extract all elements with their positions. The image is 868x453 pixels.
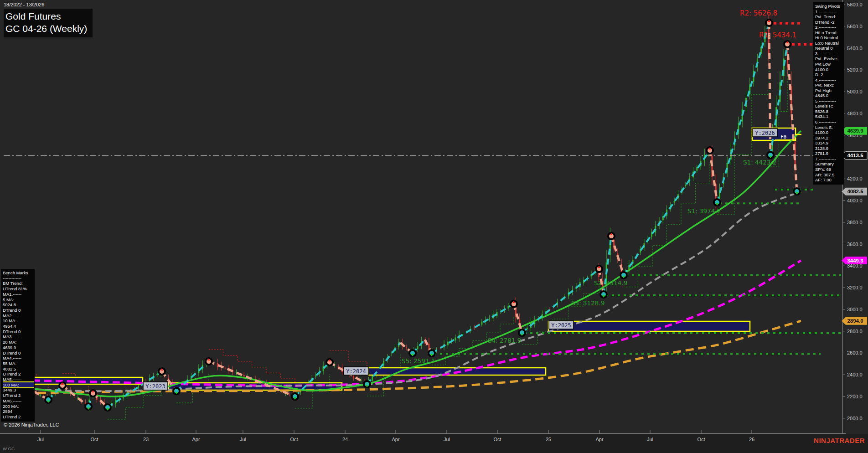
pivot-annotation: S1: 4423.2 — [743, 159, 776, 166]
time-tick-label: Jul — [240, 437, 246, 442]
panel-line: Hi:0 Neutral — [815, 35, 843, 41]
instrument-name: Gold Futures — [5, 10, 87, 22]
time-tick-label: Oct — [493, 437, 501, 442]
time-tick-label: 24 — [342, 437, 348, 442]
panel-line: 4100.0 — [815, 67, 843, 72]
panel-line: MA1.------ — [3, 292, 34, 297]
panel-line: MA3.------ — [3, 334, 34, 340]
time-tick-label: Oct — [290, 437, 298, 442]
panel-line: Pvt. Next: — [815, 82, 843, 88]
panel-line: DTrend 0 — [3, 329, 34, 335]
support-resistance-levels: S1: 3974.2S2: 3314.9S3: 3128.9S4: 2781.9… — [402, 23, 841, 365]
date-range-label: 18/2022 - 13/2026 — [4, 2, 44, 7]
support-label: S4: 2781.9 — [488, 337, 521, 344]
panel-line: UTrend 2 — [3, 393, 34, 398]
panel-line: 4639.9 — [3, 345, 34, 350]
price-tag-value: 4639.9 — [847, 128, 863, 134]
price-tag-value: 2894.0 — [847, 318, 863, 324]
price-tick-label: 3600.0 — [847, 242, 863, 247]
support-label: S2: 3314.9 — [594, 279, 627, 287]
panel-line: MA4.------ — [3, 355, 34, 361]
price-tick-label: 3800.0 — [847, 220, 863, 225]
price-tick-label: 5000.0 — [847, 89, 863, 94]
panel-line: 5 MA: — [3, 297, 34, 303]
panel-line: UTrend 81% — [3, 286, 34, 292]
panel-line: 10 MA: — [3, 318, 34, 324]
panel-line: Pvt. Evolve: — [815, 56, 843, 62]
panel-line: Neutral 0 — [815, 46, 843, 51]
panel-line: Lo:0 Neutral — [815, 41, 843, 46]
price-tick-label: 4000.0 — [847, 198, 863, 203]
price-tick-label: 3000.0 — [847, 307, 863, 312]
price-tag-value: 4413.5 — [847, 153, 863, 158]
price-axis[interactable]: 5800.05600.05400.05200.05000.04800.04600… — [842, 0, 863, 433]
panel-line: 3314.9 — [815, 140, 843, 146]
copyright-label: © 2026 NinjaTrader, LLC — [4, 422, 59, 427]
year-box-labels: Y:2023Y:2024Y:2025Y:2026F0 — [143, 129, 801, 390]
panel-line: AR: 307.5 — [815, 172, 843, 178]
price-tick-label: 5600.0 — [847, 24, 863, 29]
chart-title: Gold Futures GC 04-26 (Weekly) — [4, 9, 93, 37]
price-tick-label: 2400.0 — [847, 372, 863, 377]
time-tick-label: Oct — [697, 437, 705, 442]
panel-line: 2.------------ — [815, 25, 843, 30]
time-tick-label: 23 — [143, 437, 149, 442]
panel-line: 4082.5 — [3, 366, 34, 372]
time-tick-label: 25 — [546, 437, 551, 442]
time-axis-strip — [0, 434, 868, 453]
price-tick-label: 5400.0 — [847, 46, 863, 51]
panel-line: 5024.8 — [3, 302, 34, 308]
panel-line: MA6.------ — [3, 398, 34, 404]
panel-line: AF: 7.00 — [815, 177, 843, 183]
pivot-annotations: S1: 4423.2R2: 5626.8R1: 5434.1 — [740, 9, 796, 166]
chart-canvas[interactable]: S1: 3974.2S2: 3314.9S3: 3128.9S4: 2781.9… — [0, 0, 868, 453]
year-label: Y:2026 — [755, 130, 775, 136]
panel-line: Pvt Low — [815, 62, 843, 67]
year-label: Y:2023 — [145, 383, 165, 390]
panel-line: 3974.2 — [815, 135, 843, 141]
price-tick-label: 2800.0 — [847, 329, 863, 334]
panel-line: Pvt High — [815, 88, 843, 93]
panel-line: Levels S: — [815, 125, 843, 130]
panel-line: 55 MA: — [3, 361, 34, 366]
ninjatrader-logo: NINJATRADER — [814, 437, 865, 444]
panel-line: 200 MA: — [3, 404, 34, 409]
price-tag-value: 3449.3 — [847, 258, 863, 263]
panel-line: 4954.4 — [3, 324, 34, 329]
price-tick-label: 2200.0 — [847, 394, 863, 399]
panel-line: Bench Marks — [3, 270, 34, 276]
panel-line: 4100.0 — [815, 130, 843, 135]
benchmarks-panel: Bench Marks-------------BM Trend:UTrend … — [1, 269, 35, 422]
panel-line: 1.------------ — [815, 9, 843, 15]
panel-line: D: 2 — [815, 72, 843, 77]
price-tag-value: 4082.5 — [847, 189, 863, 194]
panel-line: ------------- — [3, 276, 34, 281]
time-tick-label: Apr — [392, 437, 399, 442]
panel-line: 5626.8 — [815, 109, 843, 114]
swing-markers — [45, 20, 800, 411]
panel-line: BM Trend: — [3, 281, 34, 286]
support-label: S1: 3974.2 — [687, 207, 721, 215]
chart-window: S1: 3974.2S2: 3314.9S3: 3128.9S4: 2781.9… — [0, 0, 868, 453]
swing-pivots-panel: Swing Pivots1.------------Pvt. Trend:DTr… — [813, 2, 844, 185]
panel-line: Swing Pivots — [815, 4, 843, 9]
time-tick-label: Oct — [90, 437, 98, 442]
panel-line: 2894 — [3, 409, 34, 414]
panel-line: 7.------------ — [815, 156, 843, 162]
price-tags: 4639.94413.54082.53449.32894.0 — [842, 127, 867, 325]
price-tick-label: 2600.0 — [847, 350, 863, 355]
panel-line: 2781.9 — [815, 151, 843, 156]
panel-line: MA2.------ — [3, 313, 34, 319]
panel-line: DTrend -2 — [815, 20, 843, 25]
time-tick-label: Jul — [37, 437, 44, 442]
panel-line: Levels R: — [815, 103, 843, 109]
price-tick-label: 3200.0 — [847, 285, 863, 290]
panel-line: UTrend 2 — [3, 371, 34, 377]
support-label: S5: 2591.1 — [402, 357, 435, 365]
panel-line: DTrend 0 — [3, 308, 34, 313]
time-tick-label: Jul — [444, 437, 450, 442]
panel-line: 4845.0 — [815, 93, 843, 98]
time-tick-label: 26 — [749, 437, 754, 442]
pivot-annotation: R2: 5626.8 — [740, 9, 777, 17]
panel-line: 5.------------ — [815, 98, 843, 104]
